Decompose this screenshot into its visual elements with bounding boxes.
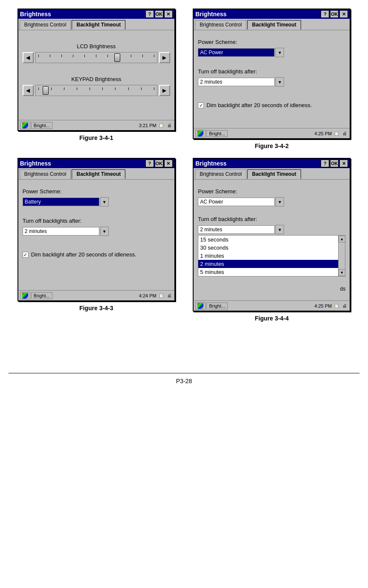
- power-scheme-dropdown-btn-fig2[interactable]: ▼: [275, 48, 284, 57]
- taskbar-icon2-fig4: 🖨: [341, 303, 348, 309]
- taskbar-time-fig4: 4:25 PM: [314, 303, 332, 309]
- ok-button-fig2[interactable]: OK: [330, 10, 339, 18]
- keypad-label: KEYPAD Brightness: [23, 76, 170, 82]
- title-fig4: Brightness: [195, 160, 226, 167]
- tab-backlight-timeout-fig1[interactable]: Backlight Timeout: [72, 20, 125, 30]
- power-scheme-group-fig2: Power Scheme: AC Power ▼: [198, 39, 345, 57]
- power-scheme-dropdown-fig3[interactable]: Battery: [23, 198, 99, 206]
- taskbar-icon2-fig1: 🖨: [166, 122, 173, 129]
- lcd-slider-container: ◀ ▶: [23, 52, 170, 63]
- turn-off-dropdown-btn-fig4[interactable]: ▼: [275, 225, 284, 234]
- taskbar-fig2: Bright... 4:25 PM 📋 🖨: [194, 128, 350, 138]
- help-button-fig1[interactable]: ?: [145, 10, 154, 18]
- ok-button-fig1[interactable]: OK: [155, 10, 163, 18]
- taskbar-icon-fig2: 📋: [333, 130, 340, 137]
- turn-off-dropdown-fig3[interactable]: 2 minutes: [23, 227, 99, 236]
- title-fig2: Brightness: [195, 11, 226, 17]
- checkbox-label-fig2: Dim backlight after 20 seconds of idlene…: [206, 102, 312, 108]
- help-button-fig2[interactable]: ?: [321, 10, 329, 18]
- start-icon-fig2: [197, 131, 203, 137]
- window-fig4: Brightness ? OK ✕ Brightness Control Bac…: [193, 158, 351, 311]
- power-scheme-group-fig3: Power Scheme: Battery ▼: [23, 188, 170, 207]
- dropdown-item-5m[interactable]: 5 minutes: [198, 268, 338, 276]
- tab-backlight-timeout-fig2[interactable]: Backlight Timeout: [247, 20, 301, 30]
- tab-brightness-control-fig2[interactable]: Brightness Control: [195, 20, 246, 30]
- turn-off-dropdown-btn-fig3[interactable]: ▼: [100, 227, 109, 236]
- app-button-fig2[interactable]: Bright...: [206, 130, 228, 137]
- turn-off-group-fig3: Turn off backlights after: 2 minutes ▼: [23, 218, 170, 236]
- help-button-fig3[interactable]: ?: [145, 160, 154, 167]
- lcd-slider-thumb[interactable]: [114, 53, 120, 62]
- turn-off-dropdown-fig4[interactable]: 2 minutes: [198, 225, 275, 234]
- lcd-left-arrow[interactable]: ◀: [23, 52, 34, 63]
- dropdown-item-30s[interactable]: 30 seconds: [198, 244, 338, 252]
- tab-brightness-control-fig1[interactable]: Brightness Control: [20, 20, 71, 30]
- keypad-left-arrow[interactable]: ◀: [23, 85, 34, 96]
- turn-off-dropdown-container-fig3: 2 minutes ▼: [23, 227, 170, 236]
- dropdown-scrollbar-fig4: ▲ ▼: [338, 236, 345, 276]
- turn-off-dropdown-btn-fig2[interactable]: ▼: [275, 77, 284, 87]
- close-button-fig1[interactable]: ✕: [164, 10, 173, 18]
- app-button-fig3[interactable]: Bright...: [31, 292, 52, 299]
- close-button-fig2[interactable]: ✕: [339, 10, 348, 18]
- tab-backlight-timeout-fig3[interactable]: Backlight Timeout: [72, 169, 125, 179]
- titlebar-buttons-fig2: ? OK ✕: [321, 10, 348, 18]
- title-fig1: Brightness: [20, 11, 51, 17]
- ok-button-fig4[interactable]: OK: [330, 160, 339, 167]
- start-icon-fig1: [22, 122, 28, 128]
- title-fig3: Brightness: [20, 160, 51, 167]
- figures-bottom-row: Brightness ? OK ✕ Brightness Control Bac…: [9, 158, 359, 322]
- dropdown-item-1m[interactable]: 1 minutes: [198, 252, 338, 260]
- ok-button-fig3[interactable]: OK: [155, 160, 163, 167]
- close-button-fig3[interactable]: ✕: [164, 160, 173, 167]
- help-button-fig4[interactable]: ?: [321, 160, 329, 167]
- page-number: P3-28: [9, 373, 359, 384]
- figure-3-4-2: Brightness ? OK ✕ Brightness Control Bac…: [193, 9, 351, 149]
- titlebar-buttons-fig3: ? OK ✕: [145, 160, 173, 167]
- start-button-fig3[interactable]: [20, 292, 30, 300]
- start-icon-fig4: [197, 303, 203, 309]
- turn-off-dropdown-fig2[interactable]: 2 minutes: [198, 78, 275, 86]
- start-button-fig1[interactable]: [20, 122, 30, 129]
- start-button-fig2[interactable]: [195, 130, 206, 137]
- tab-brightness-control-fig3[interactable]: Brightness Control: [20, 169, 71, 179]
- keypad-right-arrow[interactable]: ▶: [159, 85, 170, 96]
- app-button-fig4[interactable]: Bright...: [206, 303, 228, 309]
- titlebar-fig1: Brightness ? OK ✕: [18, 9, 174, 19]
- taskbar-time-fig1: 3:21 PM: [139, 123, 156, 128]
- power-scheme-dropdown-btn-fig3[interactable]: ▼: [100, 197, 109, 207]
- caption-fig4: Figure 3-4-4: [255, 315, 289, 322]
- lcd-right-arrow[interactable]: ▶: [159, 52, 170, 63]
- keypad-slider-track[interactable]: [35, 85, 157, 96]
- power-scheme-dropdown-fig4[interactable]: AC Power: [198, 198, 275, 206]
- dropdown-item-2m[interactable]: 2 minutes: [198, 260, 338, 268]
- power-scheme-dropdown-fig2[interactable]: AC Power: [198, 48, 275, 57]
- dropdown-scroll-up-fig4[interactable]: ▲: [339, 236, 345, 242]
- tab-brightness-control-fig4[interactable]: Brightness Control: [195, 169, 246, 179]
- checkbox-fig3[interactable]: ✓: [23, 252, 29, 258]
- lcd-slider-track[interactable]: [35, 52, 157, 63]
- titlebar-fig3: Brightness ? OK ✕: [18, 159, 174, 168]
- power-scheme-dropdown-btn-fig4[interactable]: ▼: [275, 197, 284, 207]
- checkbox-row-fig3: ✓ Dim backlight after 20 seconds of idle…: [23, 251, 170, 260]
- taskbar-icon2-fig3: 🖨: [166, 292, 173, 299]
- checkbox-fig2[interactable]: ✓: [198, 102, 204, 108]
- keypad-slider-thumb[interactable]: [43, 86, 49, 95]
- taskbar-right-fig3: 4:24 PM 📋 🖨: [139, 292, 173, 299]
- taskbar-icon2-fig2: 🖨: [341, 130, 348, 137]
- window-fig3: Brightness ? OK ✕ Brightness Control Bac…: [17, 158, 175, 301]
- start-button-fig4[interactable]: [195, 302, 206, 310]
- body-fig4: Power Scheme: AC Power ▼ Turn off backli…: [194, 179, 350, 300]
- dropdown-item-15s[interactable]: 15 seconds: [198, 236, 338, 244]
- close-button-fig4[interactable]: ✕: [339, 160, 348, 167]
- taskbar-right-fig4: 4:25 PM 📋 🖨: [314, 303, 348, 309]
- dropdown-scroll-down-fig4[interactable]: ▼: [339, 269, 345, 276]
- caption-fig3: Figure 3-4-3: [79, 305, 113, 311]
- checkbox-label-fig3: Dim backlight after 20 seconds of idlene…: [31, 251, 136, 258]
- partial-text-fig4: ds: [198, 286, 345, 292]
- tab-backlight-timeout-fig4[interactable]: Backlight Timeout: [247, 169, 301, 179]
- app-button-fig1[interactable]: Bright...: [31, 122, 52, 129]
- start-icon-fig3: [22, 293, 28, 299]
- lcd-label: LCD Brightness: [23, 43, 170, 49]
- taskbar-icon-fig4: 📋: [333, 303, 340, 309]
